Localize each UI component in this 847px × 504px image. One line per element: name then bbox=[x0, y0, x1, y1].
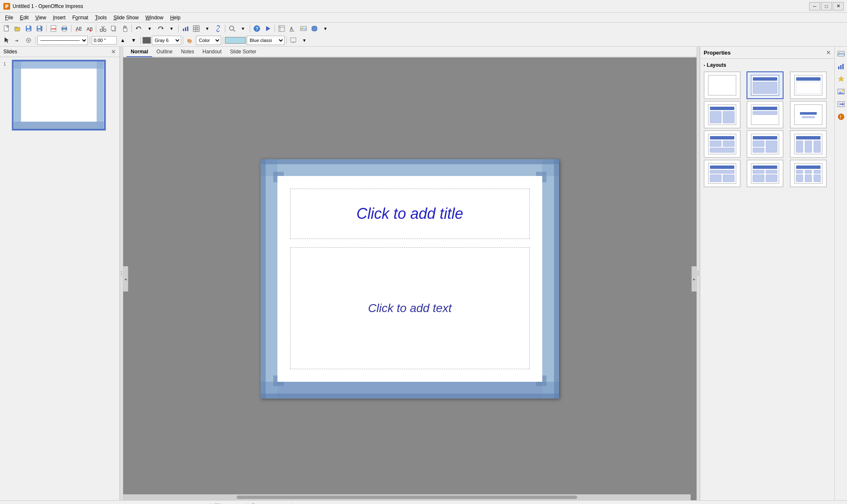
layout-content-two[interactable] bbox=[704, 130, 741, 158]
draw-block-arrows[interactable] bbox=[122, 502, 132, 504]
layout-blank[interactable] bbox=[704, 71, 741, 99]
font-name-dropdown[interactable]: ──────────── bbox=[37, 36, 88, 45]
sidebar-extra-btn[interactable]: ! bbox=[836, 111, 847, 122]
menu-tools[interactable]: Tools bbox=[92, 14, 110, 21]
tb-objprops[interactable] bbox=[24, 36, 34, 45]
tb-new[interactable] bbox=[2, 24, 12, 33]
properties-panel-close[interactable]: ✕ bbox=[826, 49, 831, 56]
draw-line[interactable] bbox=[13, 502, 23, 504]
tb-gallery[interactable] bbox=[298, 24, 309, 33]
draw-pencil[interactable] bbox=[198, 502, 208, 504]
tb-save-as[interactable]: + bbox=[34, 24, 45, 33]
draw-callout[interactable] bbox=[144, 502, 154, 504]
draw-pointer-dropdown[interactable]: ▾ bbox=[281, 502, 291, 504]
right-canvas-handle[interactable]: ▸ bbox=[691, 266, 697, 291]
tb-slideshow[interactable] bbox=[263, 24, 273, 33]
tb-hyperlink[interactable] bbox=[213, 24, 223, 33]
tb-navigator[interactable] bbox=[277, 24, 287, 33]
layout-centered[interactable] bbox=[790, 101, 827, 129]
slide-title-placeholder[interactable]: Click to add title bbox=[290, 189, 530, 239]
tb-redo-dropdown[interactable]: ▾ bbox=[166, 24, 177, 33]
layout-three-col[interactable] bbox=[790, 130, 827, 158]
draw-arrow[interactable] bbox=[24, 502, 34, 504]
sidebar-gallery-btn[interactable] bbox=[836, 48, 847, 59]
menu-slideshow[interactable]: Slide Show bbox=[110, 14, 142, 21]
app-close-button[interactable]: ✕ bbox=[833, 2, 844, 10]
font-size-up[interactable]: ▲ bbox=[118, 36, 128, 45]
menu-insert[interactable]: Insert bbox=[50, 14, 69, 21]
tab-slide-sorter[interactable]: Slide Sorter bbox=[226, 47, 261, 57]
draw-freeform[interactable] bbox=[187, 502, 198, 504]
draw-link-dropdown[interactable]: ▾ bbox=[259, 502, 269, 504]
layout-two-col[interactable] bbox=[747, 130, 784, 158]
layouts-section-header[interactable]: ▪ Layouts bbox=[704, 62, 831, 68]
tb-save[interactable] bbox=[24, 24, 34, 33]
menu-help[interactable]: Help bbox=[167, 14, 184, 21]
tb-open[interactable] bbox=[13, 24, 23, 33]
draw-pointer[interactable] bbox=[270, 502, 280, 504]
layout-cols-three[interactable] bbox=[790, 160, 827, 187]
tb-zoom[interactable] bbox=[227, 24, 237, 33]
menu-edit[interactable]: Edit bbox=[16, 14, 32, 21]
sidebar-chart-btn[interactable] bbox=[836, 61, 847, 72]
tb-select-mode[interactable] bbox=[2, 36, 12, 45]
draw-curve-dropdown[interactable]: ▾ bbox=[89, 502, 99, 504]
tb-table[interactable] bbox=[191, 24, 201, 33]
tab-handout[interactable]: Handout bbox=[198, 47, 226, 57]
menu-window[interactable]: Window bbox=[142, 14, 167, 21]
draw-stars[interactable] bbox=[166, 502, 176, 504]
tab-notes[interactable]: Notes bbox=[177, 47, 198, 57]
menu-format[interactable]: Format bbox=[69, 14, 92, 21]
tb-spellcheck[interactable]: ABC bbox=[73, 24, 83, 33]
right-panel-resize-handle[interactable] bbox=[697, 47, 700, 500]
tb-export-pdf[interactable]: PDF bbox=[48, 24, 58, 33]
tb-zoom-dropdown[interactable]: ▾ bbox=[238, 24, 248, 33]
tb-print[interactable] bbox=[59, 24, 69, 33]
tb-db[interactable] bbox=[309, 24, 319, 33]
maximize-button[interactable]: □ bbox=[821, 2, 832, 10]
tb-undo[interactable] bbox=[134, 24, 144, 33]
minimize-button[interactable]: ─ bbox=[809, 2, 820, 10]
slide-canvas[interactable]: Click to add title Click to add text bbox=[261, 159, 559, 399]
tb-table-dropdown[interactable]: ▾ bbox=[202, 24, 212, 33]
tb-display[interactable] bbox=[288, 36, 298, 45]
tb-redo[interactable] bbox=[156, 24, 166, 33]
slides-panel-close[interactable]: ✕ bbox=[111, 48, 116, 55]
color-mode-dropdown[interactable]: Color bbox=[196, 36, 221, 45]
slide-item-1[interactable]: 1 bbox=[3, 60, 116, 130]
tb-undo-dropdown[interactable]: ▾ bbox=[145, 24, 155, 33]
tb-cut[interactable] bbox=[98, 24, 108, 33]
draw-undo[interactable] bbox=[295, 502, 305, 504]
draw-frame[interactable] bbox=[212, 502, 222, 504]
color-name-dropdown[interactable]: Gray 6 bbox=[152, 36, 181, 45]
sidebar-animation-btn[interactable] bbox=[836, 99, 847, 110]
draw-block-arrows-dropdown[interactable]: ▾ bbox=[133, 502, 143, 504]
draw-link[interactable] bbox=[248, 502, 258, 504]
layout-title-content[interactable] bbox=[747, 71, 784, 99]
sidebar-star-btn[interactable] bbox=[836, 74, 847, 84]
theme-dropdown[interactable]: Blue classi bbox=[247, 36, 285, 45]
menu-view[interactable]: View bbox=[32, 14, 50, 21]
slide-content-placeholder[interactable]: Click to add text bbox=[290, 247, 530, 369]
tb-autospell[interactable]: AB bbox=[84, 24, 94, 33]
layout-title-text-col[interactable] bbox=[704, 160, 741, 187]
left-canvas-handle[interactable]: ◂ bbox=[123, 266, 128, 291]
draw-fill[interactable] bbox=[56, 502, 66, 504]
draw-extras[interactable]: ▾ bbox=[317, 502, 327, 504]
layout-title-center[interactable] bbox=[747, 101, 784, 129]
draw-movie[interactable] bbox=[234, 502, 244, 504]
draw-text[interactable]: T bbox=[45, 502, 55, 504]
tb-help[interactable]: ? bbox=[252, 24, 262, 33]
draw-select[interactable] bbox=[2, 502, 12, 504]
draw-fill-dropdown[interactable]: ▾ bbox=[67, 502, 77, 504]
menu-file[interactable]: File bbox=[2, 14, 16, 21]
tb-extras[interactable]: ▾ bbox=[320, 24, 330, 33]
draw-connector[interactable] bbox=[100, 502, 110, 504]
draw-connector-dropdown[interactable]: ▾ bbox=[111, 502, 121, 504]
slide-thumbnail-1[interactable] bbox=[13, 60, 105, 130]
tab-outline[interactable]: Outline bbox=[152, 47, 177, 57]
h-scrollbar-thumb[interactable] bbox=[237, 496, 577, 499]
layout-title-only[interactable] bbox=[790, 71, 827, 99]
tb-display-dropdown[interactable]: ▾ bbox=[299, 36, 309, 45]
left-panel-resize-handle[interactable] bbox=[120, 47, 123, 500]
